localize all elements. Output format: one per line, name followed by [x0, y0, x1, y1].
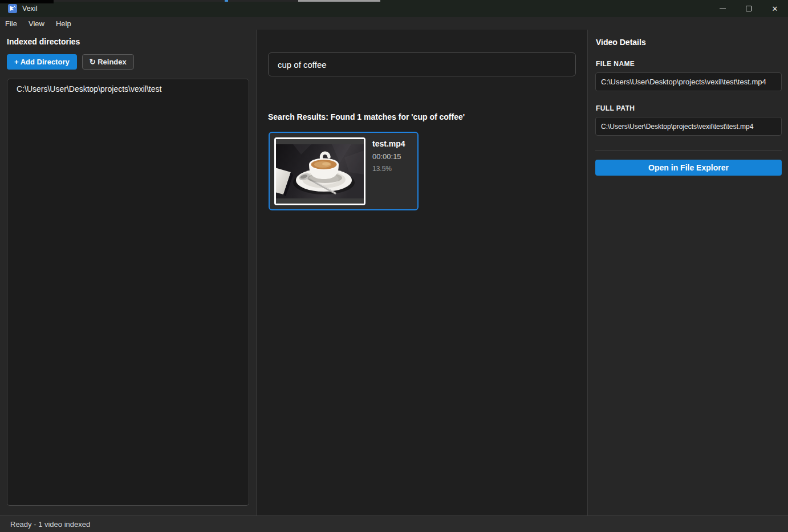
- result-info: test.mp4 00:00:15 13.5%: [372, 137, 405, 205]
- screen-edge-strip: [228, 0, 298, 2]
- directory-actions: + Add Directory ↻ Reindex: [7, 54, 134, 70]
- file-name-label: FILE NAME: [596, 60, 635, 68]
- file-name-value[interactable]: C:\Users\User\Desktop\projects\vexil\tes…: [595, 72, 782, 91]
- minimize-button[interactable]: [709, 0, 736, 17]
- screen-edge-strip: [54, 0, 225, 2]
- reindex-button[interactable]: ↻ Reindex: [82, 54, 134, 70]
- full-path-label: FULL PATH: [596, 104, 635, 112]
- app-icon: [8, 4, 17, 13]
- directory-list[interactable]: C:\Users\User\Desktop\projects\vexil\tes…: [7, 79, 249, 506]
- window-controls: ✕: [709, 0, 788, 17]
- menu-help[interactable]: Help: [50, 18, 77, 29]
- main-area: Indexed directories + Add Directory ↻ Re…: [0, 30, 788, 515]
- result-match-score: 13.5%: [372, 165, 405, 173]
- minimize-icon: [720, 9, 726, 9]
- indexed-directories-heading: Indexed directories: [7, 37, 80, 46]
- close-button[interactable]: ✕: [762, 0, 788, 17]
- status-bar: Ready - 1 video indexed: [0, 515, 788, 532]
- menu-view[interactable]: View: [23, 18, 50, 29]
- result-filename: test.mp4: [372, 139, 405, 148]
- details-divider: [595, 150, 782, 151]
- search-result-card[interactable]: test.mp4 00:00:15 13.5%: [269, 132, 419, 210]
- menu-file[interactable]: File: [0, 18, 23, 29]
- screen-edge-strip: [0, 0, 54, 3]
- maximize-button[interactable]: [736, 0, 762, 17]
- add-directory-button[interactable]: + Add Directory: [7, 54, 77, 70]
- app-window: Vexil ✕ File View Help Indexed directori…: [0, 0, 788, 532]
- indexed-directories-panel: Indexed directories + Add Directory ↻ Re…: [0, 30, 257, 515]
- titlebar[interactable]: Vexil ✕: [0, 0, 788, 17]
- menu-bar: File View Help: [0, 17, 788, 30]
- video-details-panel: Video Details FILE NAME C:\Users\User\De…: [587, 30, 788, 515]
- directory-list-item[interactable]: C:\Users\User\Desktop\projects\vexil\tes…: [7, 79, 249, 99]
- video-details-heading: Video Details: [596, 38, 646, 47]
- search-results-heading: Search Results: Found 1 matches for 'cup…: [268, 112, 465, 121]
- screen-edge-strip: [298, 0, 380, 2]
- status-text: Ready - 1 video indexed: [10, 520, 90, 529]
- window-title: Vexil: [22, 5, 37, 13]
- result-thumbnail: [274, 137, 365, 205]
- coffee-thumbnail-image: [276, 139, 364, 204]
- open-in-file-explorer-button[interactable]: Open in File Explorer: [595, 160, 782, 176]
- full-path-value[interactable]: C:\Users\User\Desktop\projects\vexil\tes…: [595, 117, 782, 136]
- result-timestamp: 00:00:15: [372, 152, 405, 161]
- close-icon: ✕: [772, 5, 778, 13]
- search-panel: Search Results: Found 1 matches for 'cup…: [257, 30, 587, 515]
- maximize-icon: [746, 6, 752, 11]
- search-input[interactable]: [268, 52, 576, 76]
